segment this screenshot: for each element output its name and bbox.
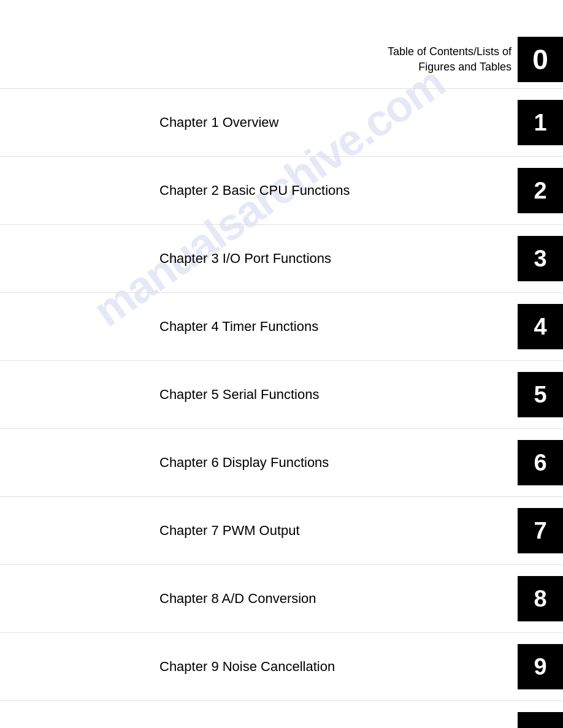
chapter-label: Chapter 4 Timer Functions — [159, 319, 505, 335]
toc-header-badge: 0 — [518, 37, 563, 82]
toc-header-row: Table of Contents/Lists of Figures and T… — [0, 37, 563, 82]
chapter-badge-2[interactable]: 2 — [518, 168, 563, 213]
chapter-row[interactable]: Chapter 1 Overview1 — [0, 88, 563, 157]
chapter-label: Chapter 3 I/O Port Functions — [159, 251, 505, 267]
chapter-badge-10[interactable]: 10 — [518, 712, 563, 728]
toc-title-line2: Figures and Tables — [418, 61, 511, 73]
chapter-row[interactable]: Chapter 5 Serial Functions5 — [0, 361, 563, 429]
chapter-row[interactable]: Chapter 10 Remote Control Transmission10 — [0, 701, 563, 728]
chapter-row[interactable]: Chapter 8 A/D Conversion8 — [0, 565, 563, 633]
chapter-row[interactable]: Chapter 9 Noise Cancellation9 — [0, 633, 563, 701]
chapter-label: Chapter 2 Basic CPU Functions — [159, 183, 505, 199]
toc-title-line1: Table of Contents/Lists of — [388, 45, 511, 58]
chapter-badge-1[interactable]: 1 — [518, 100, 563, 145]
chapter-label: Chapter 7 PWM Output — [159, 523, 505, 539]
chapter-badge-8[interactable]: 8 — [518, 576, 563, 621]
chapter-badge-5[interactable]: 5 — [518, 372, 563, 417]
chapter-badge-9[interactable]: 9 — [518, 644, 563, 689]
chapter-label: Chapter 5 Serial Functions — [159, 387, 505, 403]
chapter-badge-7[interactable]: 7 — [518, 508, 563, 553]
chapter-row[interactable]: Chapter 4 Timer Functions4 — [0, 293, 563, 361]
chapter-label: Chapter 8 A/D Conversion — [159, 591, 505, 607]
chapter-row[interactable]: Chapter 7 PWM Output7 — [0, 497, 563, 565]
chapter-label: Chapter 9 Noise Cancellation — [159, 659, 505, 675]
chapter-row[interactable]: Chapter 3 I/O Port Functions3 — [0, 225, 563, 293]
chapter-row[interactable]: Chapter 2 Basic CPU Functions2 — [0, 157, 563, 225]
chapter-label: Chapter 1 Overview — [159, 115, 505, 131]
chapter-badge-4[interactable]: 4 — [518, 304, 563, 349]
chapter-label: Chapter 6 Display Functions — [159, 455, 505, 471]
toc-header-text: Table of Contents/Lists of Figures and T… — [388, 44, 511, 75]
chapter-badge-3[interactable]: 3 — [518, 236, 563, 281]
chapter-badge-6[interactable]: 6 — [518, 440, 563, 485]
chapter-row[interactable]: Chapter 6 Display Functions6 — [0, 429, 563, 497]
chapters-list: Chapter 1 Overview1Chapter 2 Basic CPU F… — [0, 88, 563, 728]
page-container: manualsarchive.com Table of Contents/Lis… — [0, 0, 563, 728]
